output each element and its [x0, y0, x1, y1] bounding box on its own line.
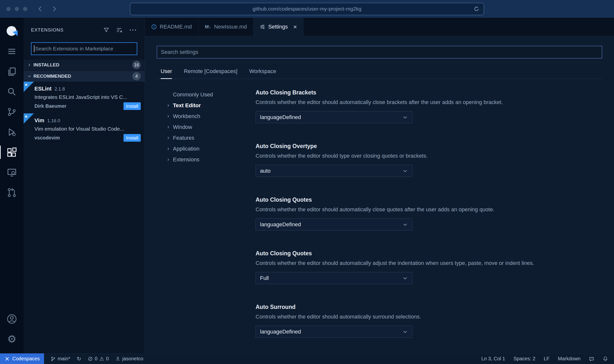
setting-dropdown[interactable]: languageDefined [256, 326, 412, 338]
window-maximize-button[interactable] [23, 7, 27, 11]
scope-tab-remote[interactable]: Remote [Codespaces] [184, 68, 237, 79]
notifications-bell-icon[interactable] [603, 356, 608, 362]
setting-dropdown[interactable]: languageDefined [256, 111, 412, 123]
text-cursor [34, 45, 34, 52]
scope-tab-user[interactable]: User [161, 68, 172, 79]
install-button[interactable]: Install [123, 102, 141, 110]
settings-gear-icon[interactable]: ⚙ [0, 329, 24, 349]
browser-window: github.com/codespaces/user-my-project-mg… [0, 0, 614, 364]
settings-editor: Search settings User Remote [Codespaces]… [145, 36, 614, 353]
setting-dropdown[interactable]: auto [256, 165, 412, 177]
menu-hamburger-icon[interactable] [0, 41, 24, 61]
extensions-icon[interactable] [0, 142, 24, 162]
toc-item-window[interactable]: Window [166, 122, 243, 133]
github-codespaces-logo-icon [0, 21, 24, 41]
tab-readme[interactable]: README.md [145, 18, 199, 36]
remote-label: Codespaces [12, 356, 40, 362]
section-recommended[interactable]: RECOMMENDED 4 [24, 71, 145, 82]
chevron-right-icon [166, 103, 170, 108]
extension-name: Vim [34, 117, 44, 124]
user-label: jasonetco [122, 356, 143, 362]
section-installed[interactable]: INSTALLED 16 [24, 60, 145, 70]
settings-search-placeholder: Search settings [161, 49, 198, 55]
window-close-button[interactable] [6, 7, 11, 11]
setting-description: Controls whether the editor should autom… [256, 206, 602, 213]
run-debug-icon[interactable] [0, 122, 24, 142]
settings-search-input[interactable]: Search settings [157, 46, 602, 59]
dropdown-value: languageDefined [260, 114, 301, 121]
indentation[interactable]: Spaces: 2 [513, 356, 535, 362]
dropdown-value: languageDefined [260, 329, 301, 335]
tab-settings[interactable]: Settings × [253, 18, 304, 36]
search-icon[interactable] [0, 82, 24, 102]
remote-explorer-icon[interactable] [0, 162, 24, 182]
scope-tab-workspace[interactable]: Workspace [249, 68, 276, 79]
url-text: github.com/codespaces/user-my-project-mg… [253, 6, 361, 12]
toc-item-features[interactable]: Features [166, 133, 243, 143]
settings-list: Auto Closing Brackets Controls whether t… [256, 79, 602, 353]
branch-indicator[interactable]: main* [51, 356, 70, 362]
extensions-search-placeholder: Search Extensions in Marketplace [35, 46, 113, 52]
sync-indicator[interactable]: ↻ [77, 356, 81, 361]
warning-icon: ⚠ [99, 356, 104, 361]
clear-filter-icon[interactable] [116, 27, 123, 33]
editor-area: README.md M↓ NewIssue.md S [145, 18, 614, 353]
recommended-count-badge: 4 [132, 72, 141, 80]
filter-icon[interactable] [103, 27, 109, 33]
setting-dropdown[interactable]: languageDefined [256, 218, 412, 230]
close-icon[interactable]: × [293, 24, 297, 30]
window-minimize-button[interactable] [15, 7, 19, 11]
dropdown-value: auto [260, 168, 271, 174]
extension-version: 2.1.8 [55, 86, 65, 92]
extension-list-item[interactable]: ★ Vim 1.16.0 Vim emulation for Visual St… [24, 113, 145, 145]
toc-item-extensions[interactable]: Extensions [166, 154, 243, 165]
forward-icon[interactable] [51, 5, 58, 12]
tab-label: Settings [268, 24, 288, 30]
setting-description: Controls whether the editor should type … [256, 153, 602, 159]
toc-item-workbench[interactable]: Workbench [166, 111, 243, 122]
setting-dropdown[interactable]: Full [256, 272, 412, 284]
url-bar[interactable]: github.com/codespaces/user-my-project-mg… [130, 3, 484, 15]
refresh-icon[interactable] [473, 6, 480, 12]
toc-item-application[interactable]: Application [166, 143, 243, 154]
toc-item-text-editor[interactable]: Text Editor [166, 100, 243, 111]
back-icon[interactable] [37, 5, 44, 12]
extensions-search-input[interactable]: Search Extensions in Marketplace [31, 42, 137, 55]
extension-name: ESLint [34, 86, 52, 92]
extension-description: Vim emulation for Visual Studio Code... [34, 126, 141, 132]
settings-toc: Commonly Used Text Editor Workbench [166, 79, 243, 353]
extension-description: Integrates ESLint JavaScript into VS C..… [34, 94, 141, 100]
extension-author: Dirk Baeumer [34, 103, 66, 109]
chevron-right-icon [166, 147, 170, 151]
branch-label: main* [58, 356, 70, 362]
account-icon[interactable] [0, 309, 24, 329]
extension-list-item[interactable]: ★ ESLint 2.1.8 Integrates ESLint JavaScr… [24, 82, 145, 113]
status-bar: Codespaces main* ↻ 0 ⚠ 0 [0, 353, 614, 364]
feedback-icon[interactable] [589, 356, 594, 362]
user-indicator[interactable]: jasonetco [115, 356, 143, 362]
remote-indicator[interactable]: Codespaces [0, 353, 44, 364]
sidebar-header: EXTENSIONS ··· [24, 18, 145, 42]
explorer-icon[interactable] [0, 61, 24, 82]
chevron-down-icon [402, 115, 408, 120]
tab-newissue[interactable]: M↓ NewIssue.md [199, 18, 254, 36]
eol-sequence[interactable]: LF [544, 356, 549, 362]
cursor-position[interactable]: Ln 3, Col 1 [481, 356, 505, 362]
source-control-icon[interactable] [0, 102, 24, 122]
problems-indicator[interactable]: 0 ⚠ 0 [88, 356, 109, 362]
pull-requests-icon[interactable] [0, 182, 24, 203]
tab-bar: README.md M↓ NewIssue.md S [145, 18, 614, 36]
more-actions-icon[interactable]: ··· [129, 29, 137, 31]
toc-item-commonly-used[interactable]: Commonly Used [166, 89, 243, 100]
markdown-icon: M↓ [205, 24, 211, 30]
warning-count: 0 [106, 356, 109, 362]
chevron-down-icon [27, 74, 31, 78]
star-icon: ★ [24, 114, 28, 119]
chevron-right-icon [166, 157, 170, 162]
install-button[interactable]: Install [123, 134, 141, 142]
sync-icon: ↻ [77, 356, 81, 361]
extension-version: 1.16.0 [47, 118, 60, 123]
installed-count-badge: 16 [132, 61, 141, 69]
language-mode[interactable]: Markdown [558, 356, 581, 362]
error-icon [88, 356, 93, 361]
